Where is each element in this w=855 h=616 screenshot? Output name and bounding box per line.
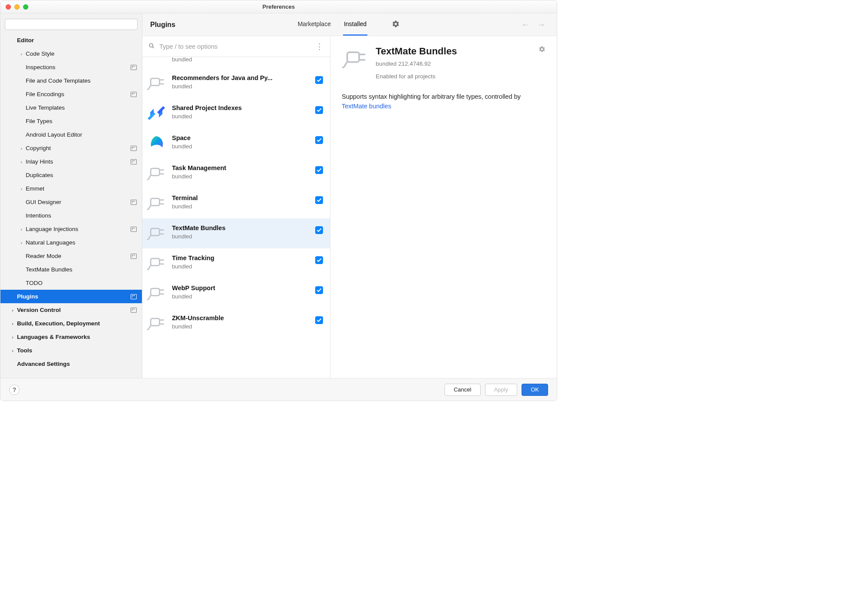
plugin-enabled-scope: Enabled for all projects xyxy=(376,73,531,80)
svg-rect-16 xyxy=(151,258,159,266)
sidebar-item-label: Copyright xyxy=(26,145,51,151)
sidebar-item[interactable]: File Encodings xyxy=(0,87,142,101)
project-scope-icon xyxy=(130,144,138,152)
plugin-row[interactable]: ZKM-Unscramblebundled xyxy=(142,308,330,338)
sidebar-item[interactable]: GUI Designer xyxy=(0,195,142,209)
plugin-row[interactable]: Recommenders for Java and Py...bundled xyxy=(142,68,330,98)
plugin-enabled-checkbox[interactable] xyxy=(315,194,323,204)
plugin-subtext: bundled xyxy=(172,323,309,330)
sidebar-item[interactable]: File Types xyxy=(0,114,142,128)
sidebar-item[interactable]: TextMate Bundles xyxy=(0,263,142,276)
chevron-right-icon: › xyxy=(17,146,26,151)
nav-back-icon[interactable]: ← xyxy=(521,20,530,30)
plugin-detail-title: TextMate Bundles xyxy=(376,46,531,57)
plugin-row[interactable]: TextMate Bundlesbundled xyxy=(142,218,330,248)
sidebar-item[interactable]: Advanced Settings xyxy=(0,357,142,371)
plugin-enabled-checkbox[interactable] xyxy=(315,284,323,294)
plugin-subtext: bundled xyxy=(172,143,309,150)
svg-rect-4 xyxy=(151,78,159,86)
sidebar-item[interactable]: ›Code Style xyxy=(0,47,142,60)
plugin-icon xyxy=(147,194,166,213)
plugin-row[interactable]: WebP Supportbundled xyxy=(142,278,330,308)
more-options-icon[interactable]: ⋮ xyxy=(316,42,323,51)
plugin-icon xyxy=(147,314,166,333)
project-scope-icon xyxy=(130,90,138,98)
project-scope-icon xyxy=(130,198,138,206)
apply-button[interactable]: Apply xyxy=(485,384,518,396)
dialog-footer: ? Cancel Apply OK xyxy=(0,378,557,401)
sidebar-item-label: Android Layout Editor xyxy=(26,131,82,138)
plugin-icon xyxy=(147,134,166,153)
plugin-search-input[interactable] xyxy=(159,43,311,50)
ok-button[interactable]: OK xyxy=(522,384,548,396)
chevron-right-icon: › xyxy=(17,240,26,245)
textmate-bundles-link[interactable]: TextMate bundles xyxy=(342,103,391,110)
plugin-list[interactable]: bundledRecommenders for Java and Py...bu… xyxy=(142,57,330,378)
plugin-row[interactable]: bundled xyxy=(142,57,330,68)
plugin-enabled-checkbox[interactable] xyxy=(315,164,323,174)
sidebar-item[interactable]: ›Language Injections xyxy=(0,222,142,236)
plugin-icon xyxy=(147,224,166,243)
sidebar-item[interactable]: Editor xyxy=(0,33,142,47)
sidebar-item[interactable]: Reader Mode xyxy=(0,249,142,263)
sidebar-item[interactable]: Plugins xyxy=(0,290,142,303)
settings-tree[interactable]: Editor›Code StyleInspectionsFile and Cod… xyxy=(0,33,142,378)
chevron-right-icon: › xyxy=(17,186,26,191)
sidebar-item[interactable]: ›Languages & Frameworks xyxy=(0,330,142,344)
sidebar-item[interactable]: Intentions xyxy=(0,209,142,222)
plugin-subtext: bundled xyxy=(172,113,309,120)
settings-sidebar: Editor›Code StyleInspectionsFile and Cod… xyxy=(0,13,142,378)
plugin-enabled-checkbox[interactable] xyxy=(315,254,323,264)
tab-marketplace[interactable]: Marketplace xyxy=(297,13,332,36)
sidebar-item-label: TextMate Bundles xyxy=(26,266,72,273)
svg-rect-19 xyxy=(151,288,159,296)
sidebar-item-label: Intentions xyxy=(26,212,51,219)
plugin-subtext: bundled xyxy=(172,293,309,300)
plugin-subtext: bundled xyxy=(172,203,309,210)
help-button[interactable]: ? xyxy=(9,385,20,395)
sidebar-item-label: Tools xyxy=(17,347,32,354)
plugin-row[interactable]: Task Managementbundled xyxy=(142,158,330,188)
sidebar-item[interactable]: ›Natural Languages xyxy=(0,236,142,249)
plugin-detail-icon xyxy=(342,46,368,72)
plugin-enabled-checkbox[interactable] xyxy=(315,224,323,234)
sidebar-item[interactable]: Live Templates xyxy=(0,101,142,114)
plugin-row[interactable]: Shared Project Indexesbundled xyxy=(142,98,330,128)
sidebar-item[interactable]: ›Emmet xyxy=(0,182,142,195)
sidebar-item-label: TODO xyxy=(26,280,43,286)
zoom-window-icon[interactable] xyxy=(23,4,28,10)
plugin-enabled-checkbox[interactable] xyxy=(315,134,323,144)
sidebar-item-label: Plugins xyxy=(17,293,38,300)
sidebar-item[interactable]: TODO xyxy=(0,276,142,290)
plugin-enabled-checkbox[interactable] xyxy=(315,104,323,114)
sidebar-item[interactable]: ›Inlay Hints xyxy=(0,155,142,168)
project-scope-icon xyxy=(130,225,138,233)
plugins-settings-gear-icon[interactable] xyxy=(392,20,400,29)
nav-forward-icon[interactable]: → xyxy=(537,20,545,30)
plugin-row[interactable]: Terminalbundled xyxy=(142,188,330,218)
sidebar-item-label: Editor xyxy=(17,37,34,44)
sidebar-item[interactable]: ›Copyright xyxy=(0,141,142,155)
close-window-icon[interactable] xyxy=(6,4,11,10)
plugin-enabled-checkbox[interactable] xyxy=(315,314,323,324)
plugin-row[interactable]: Time Trackingbundled xyxy=(142,248,330,278)
plugin-detail-gear-icon[interactable] xyxy=(539,46,545,54)
minimize-window-icon[interactable] xyxy=(14,4,20,10)
sidebar-item[interactable]: ›Build, Execution, Deployment xyxy=(0,317,142,330)
sidebar-item[interactable]: File and Code Templates xyxy=(0,74,142,87)
sidebar-item-label: Languages & Frameworks xyxy=(17,334,90,340)
plugin-row[interactable]: Spacebundled xyxy=(142,128,330,158)
sidebar-item[interactable]: Duplicates xyxy=(0,168,142,182)
chevron-right-icon: › xyxy=(17,159,26,164)
plugin-enabled-checkbox[interactable] xyxy=(315,74,323,84)
svg-rect-10 xyxy=(151,198,159,206)
chevron-right-icon: › xyxy=(17,227,26,232)
svg-rect-13 xyxy=(151,228,159,236)
tab-installed[interactable]: Installed xyxy=(343,13,367,36)
sidebar-item[interactable]: Android Layout Editor xyxy=(0,128,142,141)
sidebar-item[interactable]: ›Version Control xyxy=(0,303,142,317)
sidebar-item[interactable]: Inspections xyxy=(0,60,142,74)
cancel-button[interactable]: Cancel xyxy=(444,384,480,396)
sidebar-item[interactable]: ›Tools xyxy=(0,344,142,357)
settings-search-input[interactable] xyxy=(5,19,138,30)
